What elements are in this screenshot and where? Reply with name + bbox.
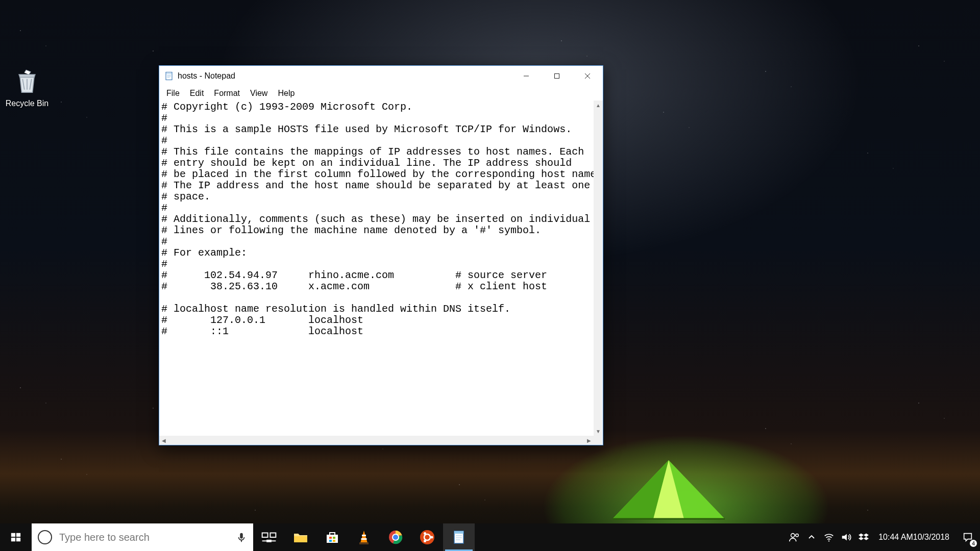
tray-overflow[interactable] — [803, 523, 820, 551]
svg-marker-49 — [864, 534, 869, 537]
microsoft-store-taskbar[interactable] — [316, 523, 348, 551]
action-center-tray[interactable]: 4 — [955, 523, 980, 551]
svg-marker-48 — [859, 534, 864, 537]
svg-marker-2 — [653, 460, 684, 519]
svg-point-46 — [828, 540, 829, 541]
scroll-left-arrow[interactable]: ◀ — [159, 436, 168, 445]
svg-marker-27 — [360, 531, 368, 543]
menubar: File Edit Format View Help — [159, 86, 603, 101]
svg-marker-0 — [612, 460, 725, 519]
scroll-right-arrow[interactable]: ▶ — [584, 436, 594, 445]
notepad-app-icon — [164, 71, 174, 81]
people-icon — [789, 532, 800, 543]
file-explorer-taskbar[interactable] — [285, 523, 316, 551]
svg-marker-47 — [842, 534, 847, 541]
svg-rect-15 — [11, 538, 15, 541]
chevron-up-icon — [808, 534, 815, 541]
taskbar: 10:44 AM 10/3/2018 4 — [0, 523, 980, 551]
clock-time: 10:44 AM — [878, 533, 913, 542]
task-view-button[interactable] — [253, 523, 285, 551]
search-input[interactable] — [59, 532, 236, 543]
svg-rect-4 — [166, 72, 172, 80]
maximize-icon — [554, 73, 560, 79]
scroll-up-arrow[interactable]: ▲ — [594, 101, 603, 110]
editor-area — [159, 101, 594, 436]
menu-view[interactable]: View — [245, 87, 273, 99]
vlc-cone-icon — [355, 529, 373, 546]
svg-point-38 — [424, 540, 426, 542]
search-box[interactable] — [32, 523, 253, 551]
svg-marker-51 — [864, 537, 869, 540]
text-editor[interactable] — [159, 101, 594, 436]
close-button[interactable] — [572, 66, 603, 86]
svg-marker-50 — [859, 537, 864, 540]
scroll-down-arrow[interactable]: ▼ — [594, 427, 603, 436]
menu-edit[interactable]: Edit — [185, 87, 209, 99]
svg-rect-40 — [454, 531, 463, 534]
svg-rect-22 — [266, 540, 272, 542]
speaker-icon — [841, 532, 852, 543]
recycle-bin-icon — [13, 67, 41, 96]
recycle-bin[interactable]: Recycle Bin — [4, 67, 50, 108]
svg-rect-13 — [11, 533, 15, 537]
svg-marker-1 — [612, 460, 669, 519]
task-view-icon — [260, 529, 278, 546]
menu-file[interactable]: File — [161, 87, 185, 99]
wifi-icon — [823, 532, 835, 543]
menu-help[interactable]: Help — [273, 87, 300, 99]
svg-rect-14 — [16, 533, 20, 537]
svg-rect-17 — [240, 533, 243, 539]
notification-badge: 4 — [970, 540, 977, 547]
minimize-button[interactable] — [511, 66, 542, 86]
horizontal-scrollbar[interactable]: ◀ ▶ — [159, 436, 594, 445]
start-button[interactable] — [0, 523, 32, 551]
svg-point-45 — [796, 534, 799, 537]
svg-point-44 — [791, 534, 795, 537]
minimize-icon — [523, 73, 529, 79]
store-icon — [324, 529, 341, 546]
svg-rect-28 — [362, 535, 366, 536]
menu-format[interactable]: Format — [209, 87, 245, 99]
wifi-tray[interactable] — [820, 523, 838, 551]
svg-rect-23 — [329, 537, 332, 539]
system-tray: 10:44 AM 10/3/2018 4 — [786, 523, 980, 551]
notepad-taskbar[interactable] — [443, 523, 475, 551]
volume-tray[interactable] — [838, 523, 855, 551]
svg-rect-10 — [555, 74, 559, 79]
desktop[interactable]: Recycle Bin hosts - Notepad — [0, 0, 980, 551]
dropbox-icon — [859, 532, 869, 542]
svg-rect-16 — [16, 538, 20, 541]
svg-point-37 — [424, 532, 426, 535]
chrome-taskbar[interactable] — [380, 523, 411, 551]
notepad-icon — [450, 529, 468, 546]
svg-rect-30 — [359, 542, 369, 544]
svg-rect-26 — [333, 540, 335, 542]
recycle-bin-label: Recycle Bin — [4, 99, 50, 108]
microphone-icon[interactable] — [236, 532, 247, 543]
windows-logo-icon — [10, 532, 21, 543]
close-icon — [584, 73, 591, 79]
clock-tray[interactable]: 10:44 AM 10/3/2018 — [872, 523, 955, 551]
chrome-icon — [387, 529, 404, 546]
dropbox-tray[interactable] — [855, 523, 872, 551]
svg-point-36 — [431, 536, 433, 539]
people-tray[interactable] — [786, 523, 803, 551]
notepad-window[interactable]: hosts - Notepad File Edit Format View He… — [159, 65, 603, 445]
svg-rect-24 — [333, 537, 335, 539]
folder-icon — [292, 529, 309, 546]
svg-rect-29 — [361, 538, 367, 540]
wallpaper-tent — [602, 455, 735, 521]
vertical-scrollbar[interactable]: ▲ ▼ — [594, 101, 603, 436]
svg-rect-19 — [262, 533, 268, 538]
maximize-button[interactable] — [542, 66, 572, 86]
window-controls — [511, 66, 603, 86]
cortana-icon — [38, 530, 52, 544]
ubuntu-icon — [419, 529, 436, 546]
titlebar[interactable]: hosts - Notepad — [159, 66, 603, 86]
window-title: hosts - Notepad — [178, 71, 511, 81]
vlc-taskbar[interactable] — [348, 523, 380, 551]
scroll-corner — [594, 436, 603, 445]
svg-rect-25 — [329, 540, 332, 542]
svg-rect-20 — [270, 533, 276, 538]
ubuntu-taskbar[interactable] — [411, 523, 443, 551]
